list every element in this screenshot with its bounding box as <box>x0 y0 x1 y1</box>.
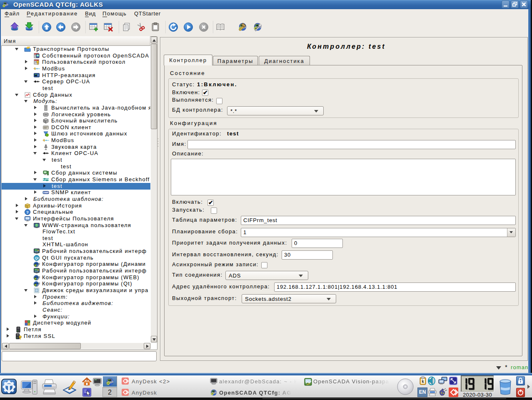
svg-text:SNMP: SNMP <box>43 192 48 194</box>
svg-text:k: k <box>422 379 424 384</box>
svg-text:Qt: Qt <box>35 256 39 260</box>
svg-text:?: ? <box>26 210 29 215</box>
